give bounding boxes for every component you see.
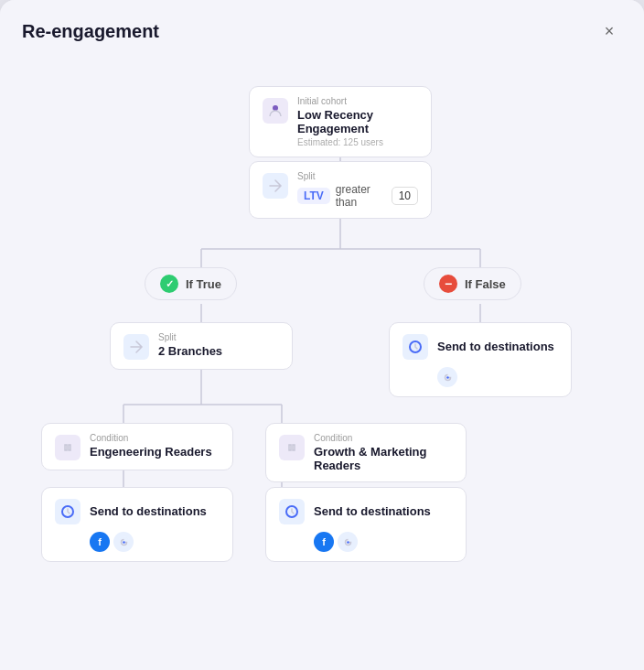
split-ltv-icon — [263, 173, 288, 199]
close-button[interactable]: × — [596, 18, 622, 44]
modal: Re-engagement × — [0, 0, 644, 670]
send-right-inner: Send to destinations — [279, 497, 453, 524]
split-ltv-card: Split LTV greater than 10 — [249, 161, 432, 219]
svg-point-13 — [273, 105, 278, 111]
dest-icons-right: f — [314, 532, 453, 552]
dest-icon-at-left — [113, 532, 134, 552]
svg-rect-17 — [62, 442, 73, 453]
send-destinations-top-inner: Send to destinations — [402, 332, 558, 360]
send-top-title: Send to destinations — [437, 340, 554, 353]
split-branches-card: Split 2 Branches — [110, 322, 293, 370]
split-branches-icon — [123, 334, 149, 360]
condition-left-title: Engeneering Readers — [90, 445, 212, 459]
split-branches-title: 2 Branches — [158, 344, 222, 358]
dest-icon-at-top — [437, 367, 457, 387]
condition-right-label: Condition — [314, 433, 453, 443]
dest-icons-top — [437, 367, 558, 387]
send-destinations-right-card: Send to destinations f — [265, 487, 467, 562]
if-false-pill: − If False — [424, 267, 521, 300]
split-branches-content: Split 2 Branches — [158, 332, 222, 358]
send-left-inner: Send to destinations — [55, 497, 220, 524]
split-branches-label: Split — [158, 332, 222, 342]
send-right-icon — [279, 499, 305, 524]
split-ltv-content: Split LTV greater than 10 — [297, 171, 418, 209]
cohort-icon — [263, 98, 288, 124]
send-left-title: Send to destinations — [90, 504, 207, 518]
modal-header: Re-engagement × — [0, 0, 644, 59]
svg-point-24 — [347, 541, 349, 544]
ltv-row: LTV greater than 10 — [297, 183, 418, 209]
dest-icon-at-right — [338, 532, 358, 552]
diagram: Initial cohort Low Recency Engagement Es… — [18, 68, 626, 670]
condition-left-card: Condition Engeneering Readers — [41, 423, 233, 470]
initial-cohort-card: Initial cohort Low Recency Engagement Es… — [249, 86, 432, 157]
dest-icons-left: f — [90, 532, 220, 552]
operator-text: greater than — [336, 183, 386, 209]
send-destinations-top-card: Send to destinations — [389, 322, 572, 397]
dest-icon-fb-left: f — [90, 532, 110, 552]
send-destinations-left-card: Send to destinations f — [41, 487, 233, 562]
modal-title: Re-engagement — [22, 21, 159, 42]
split-ltv-label: Split — [297, 171, 418, 181]
svg-point-21 — [123, 541, 125, 544]
condition-right-content: Condition Growth & Marketing Readers — [314, 433, 453, 472]
svg-point-16 — [446, 376, 449, 379]
condition-left-label: Condition — [90, 433, 212, 443]
cohort-title: Low Recency Engagement — [297, 108, 418, 135]
send-left-icon — [55, 499, 80, 524]
condition-left-content: Condition Engeneering Readers — [90, 433, 212, 459]
dest-icon-fb-right: f — [314, 532, 334, 552]
svg-rect-18 — [286, 442, 297, 453]
canvas: Initial cohort Low Recency Engagement Es… — [0, 59, 644, 670]
cohort-subtitle: Estimated: 125 users — [297, 137, 418, 147]
condition-right-icon — [279, 435, 305, 460]
minus-icon: − — [439, 275, 457, 293]
ltv-tag: LTV — [297, 188, 330, 204]
cohort-label: Initial cohort — [297, 96, 418, 106]
condition-right-card: Condition Growth & Marketing Readers — [265, 423, 467, 482]
check-icon: ✓ — [160, 275, 178, 293]
if-true-pill: ✓ If True — [145, 267, 237, 300]
close-icon: × — [605, 22, 615, 41]
if-false-label: If False — [465, 277, 506, 291]
cohort-content: Initial cohort Low Recency Engagement Es… — [297, 96, 418, 147]
if-true-label: If True — [186, 277, 221, 291]
condition-left-icon — [55, 435, 80, 460]
condition-right-title: Growth & Marketing Readers — [314, 445, 453, 472]
send-top-icon — [402, 334, 428, 360]
send-right-title: Send to destinations — [314, 504, 431, 518]
value-tag: 10 — [392, 187, 418, 205]
